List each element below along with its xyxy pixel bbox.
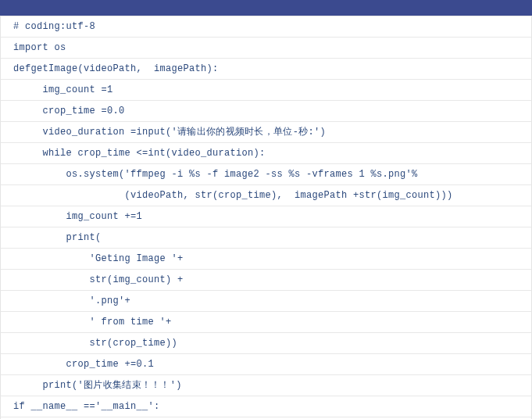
code-line: video_duration =input('请输出你的视频时长，单位-秒:') [1, 122, 531, 143]
code-line: # coding:utf-8 [1, 16, 531, 38]
code-line: str(crop_time)) [1, 333, 531, 354]
code-line: img_count =1 [1, 80, 531, 101]
code-line: img_count +=1 [1, 206, 531, 227]
code-line: print( [1, 227, 531, 249]
code-line: ' from time '+ [1, 312, 531, 333]
code-line: defgetImage(videoPath, imagePath): [1, 59, 531, 80]
code-line: crop_time =0.0 [1, 101, 531, 122]
code-line: (videoPath, str(crop_time), imagePath +s… [1, 185, 531, 206]
code-block: # coding:utf-8 import os defgetImage(vid… [0, 16, 532, 419]
code-line: 'Geting Image '+ [1, 249, 531, 270]
header-bar [0, 0, 532, 16]
code-line: os.system('ffmpeg -i %s -f image2 -ss %s… [1, 164, 531, 185]
code-line: '.png'+ [1, 291, 531, 312]
code-line: if __name__ =='__main__': [1, 396, 531, 417]
code-line: while crop_time <=int(video_duration): [1, 143, 531, 164]
code-line: import os [1, 38, 531, 59]
code-line: print('图片收集结束！！！') [1, 375, 531, 396]
code-line: str(img_count) + [1, 270, 531, 291]
code-line: crop_time +=0.1 [1, 354, 531, 375]
